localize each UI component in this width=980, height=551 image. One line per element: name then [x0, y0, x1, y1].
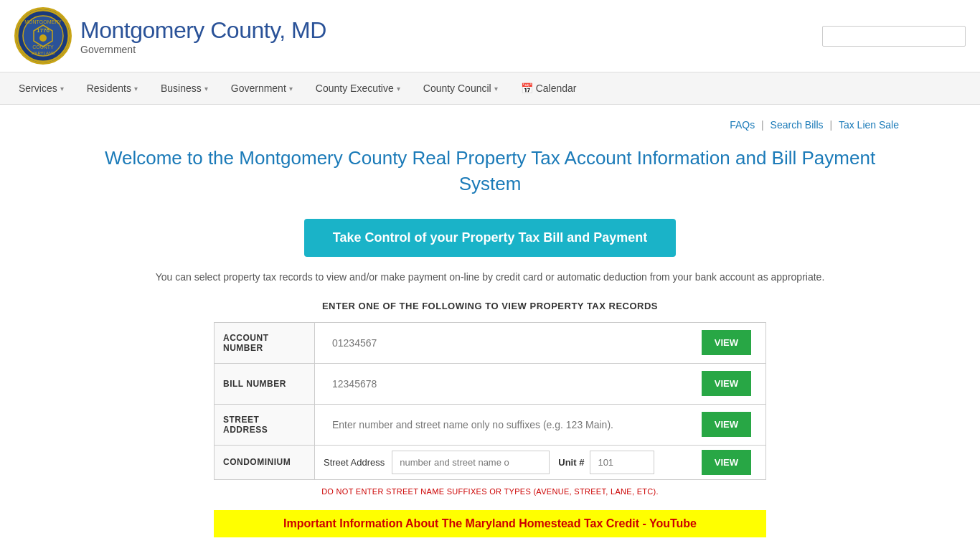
- logo-text: Montgomery County, MD Government: [80, 17, 326, 55]
- header-search-area: [822, 26, 966, 47]
- street-address-label: STREET ADDRESS: [215, 404, 315, 445]
- bill-number-input-cell: [315, 363, 693, 404]
- condo-street-label: Street Address: [324, 457, 392, 468]
- site-title: Montgomery County, MD: [80, 17, 326, 44]
- main-content: FAQs | Search Bills | Tax Lien Sale Welc…: [60, 105, 920, 551]
- calendar-icon: 📅: [521, 83, 533, 94]
- logo-area: MONTGOMERY COUNTY MARYLAND 1776 Montgome…: [14, 7, 326, 65]
- cta-wrapper: Take Control of your Property Tax Bill a…: [81, 219, 899, 257]
- yellow-notice[interactable]: Important Information About The Maryland…: [214, 510, 766, 537]
- chevron-icon-services: ▾: [60, 85, 64, 93]
- nav-item-residents[interactable]: Residents ▾: [75, 72, 149, 104]
- condo-unit-input[interactable]: [590, 451, 654, 474]
- separator-2: |: [829, 119, 835, 131]
- condominium-view-button[interactable]: VIEW: [702, 450, 751, 475]
- nav-link-county-executive[interactable]: County Executive ▾: [304, 72, 412, 104]
- condo-street-input[interactable]: [392, 451, 550, 474]
- search-table: ACCOUNT NUMBER VIEW BILL NUMBER VIEW: [214, 322, 766, 480]
- site-subtitle: Government: [80, 44, 326, 55]
- nav-label-government: Government: [231, 83, 286, 94]
- account-number-row: ACCOUNT NUMBER VIEW: [215, 322, 766, 363]
- tax-lien-sale-link[interactable]: Tax Lien Sale: [839, 119, 899, 131]
- nav-item-county-council[interactable]: County Council ▾: [412, 72, 509, 104]
- street-address-row: STREET ADDRESS VIEW: [215, 404, 766, 445]
- svg-text:MARYLAND: MARYLAND: [31, 51, 55, 55]
- subtitle-text: You can select property tax records to v…: [81, 271, 899, 283]
- top-links: FAQs | Search Bills | Tax Lien Sale: [81, 119, 899, 131]
- nav-item-business[interactable]: Business ▾: [149, 72, 220, 104]
- account-number-label: ACCOUNT NUMBER: [215, 322, 315, 363]
- faqs-link[interactable]: FAQs: [730, 119, 755, 131]
- condo-unit-label: Unit #: [550, 457, 590, 468]
- account-number-view-button[interactable]: VIEW: [702, 330, 751, 355]
- search-bills-link[interactable]: Search Bills: [771, 119, 824, 131]
- page-title: Welcome to the Montgomery County Real Pr…: [81, 145, 899, 197]
- nav-label-county-executive: County Executive: [316, 83, 394, 94]
- svg-point-7: [39, 34, 47, 42]
- account-number-input[interactable]: [324, 330, 684, 356]
- street-address-view-button[interactable]: VIEW: [702, 412, 751, 437]
- form-section-title: ENTER ONE OF THE FOLLOWING TO VIEW PROPE…: [81, 301, 899, 311]
- separator-1: |: [761, 119, 767, 131]
- nav-link-county-council[interactable]: County Council ▾: [412, 72, 509, 104]
- main-nav: Services ▾ Residents ▾ Business ▾ Govern…: [0, 72, 980, 105]
- condominium-label: CONDOMINIUM: [215, 445, 315, 479]
- nav-item-calendar[interactable]: 📅 Calendar: [509, 72, 588, 104]
- bill-number-view-cell: VIEW: [693, 363, 766, 404]
- nav-link-government[interactable]: Government ▾: [220, 72, 304, 104]
- nav-item-county-executive[interactable]: County Executive ▾: [304, 72, 412, 104]
- nav-label-business: Business: [161, 83, 202, 94]
- nav-link-services[interactable]: Services ▾: [7, 72, 75, 104]
- nav-item-services[interactable]: Services ▾: [7, 72, 75, 104]
- street-address-view-cell: VIEW: [693, 404, 766, 445]
- bill-number-row: BILL NUMBER VIEW: [215, 363, 766, 404]
- cta-button[interactable]: Take Control of your Property Tax Bill a…: [304, 219, 676, 257]
- nav-link-residents[interactable]: Residents ▾: [75, 72, 149, 104]
- nav-label-services: Services: [19, 83, 57, 94]
- nav-link-business[interactable]: Business ▾: [149, 72, 220, 104]
- chevron-icon-business: ▾: [204, 85, 208, 93]
- chevron-icon-government: ▾: [289, 85, 293, 93]
- bill-number-view-button[interactable]: VIEW: [702, 371, 751, 396]
- street-address-input[interactable]: [324, 412, 684, 438]
- warning-text: DO NOT ENTER STREET NAME SUFFIXES OR TYP…: [81, 487, 899, 496]
- nav-link-calendar[interactable]: 📅 Calendar: [509, 72, 588, 104]
- nav-item-government[interactable]: Government ▾: [220, 72, 304, 104]
- bill-number-input[interactable]: [324, 371, 684, 397]
- chevron-icon-residents: ▾: [134, 85, 138, 93]
- county-logo: MONTGOMERY COUNTY MARYLAND 1776: [14, 7, 72, 65]
- bill-number-label: BILL NUMBER: [215, 363, 315, 404]
- chevron-icon-county-executive: ▾: [397, 85, 400, 93]
- nav-label-residents: Residents: [87, 83, 131, 94]
- condominium-view-cell: VIEW: [693, 445, 766, 479]
- chevron-icon-county-council: ▾: [494, 85, 498, 93]
- street-address-input-cell: [315, 404, 693, 445]
- account-number-input-cell: [315, 322, 693, 363]
- logo-svg: MONTGOMERY COUNTY MARYLAND 1776: [17, 9, 70, 62]
- svg-text:1776: 1776: [37, 27, 50, 34]
- nav-label-calendar: Calendar: [536, 83, 577, 94]
- condo-inputs: Street Address Unit #: [324, 451, 684, 474]
- condominium-row: CONDOMINIUM Street Address Unit # VIEW: [215, 445, 766, 479]
- account-number-view-cell: VIEW: [693, 322, 766, 363]
- nav-label-county-council: County Council: [423, 83, 491, 94]
- header-search-input[interactable]: [822, 26, 966, 47]
- condominium-input-cell: Street Address Unit #: [315, 445, 693, 479]
- site-header: MONTGOMERY COUNTY MARYLAND 1776 Montgome…: [0, 0, 980, 72]
- svg-text:MONTGOMERY: MONTGOMERY: [24, 19, 62, 24]
